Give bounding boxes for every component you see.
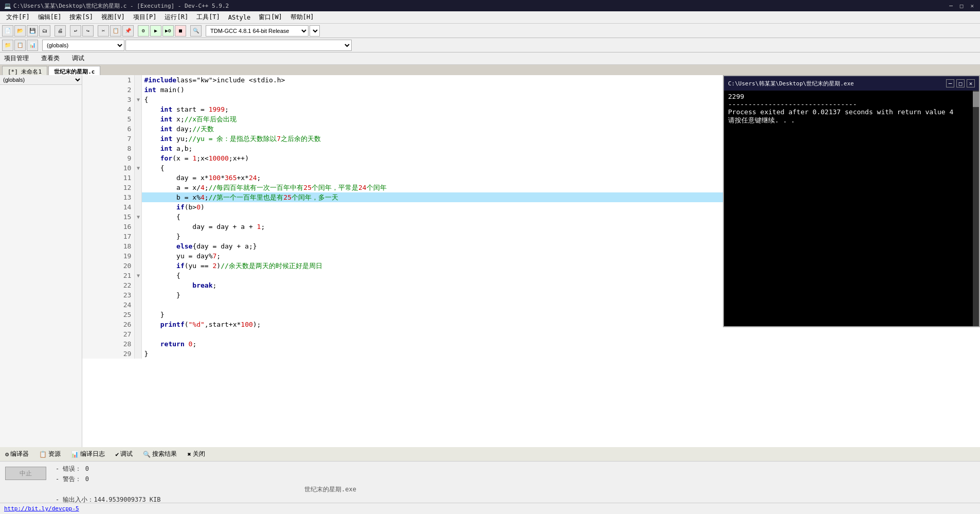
line-fold: [135, 349, 142, 359]
undo-button[interactable]: ↩: [70, 25, 81, 37]
line-fold[interactable]: ▼: [135, 271, 142, 280]
line-fold: [135, 280, 142, 290]
line-fold: [135, 261, 142, 271]
line-code[interactable]: }: [142, 349, 980, 359]
line-fold[interactable]: ▼: [135, 212, 142, 222]
close-tab-icon: ✖: [187, 451, 191, 458]
console-line-1: 2299: [728, 93, 969, 100]
line-fold: [135, 85, 142, 95]
debug-button[interactable]: 🔍: [190, 25, 202, 37]
editor-area[interactable]: 1#includelass="kw">include <stdio.h>2int…: [82, 75, 980, 447]
function-dropdown[interactable]: [125, 40, 352, 51]
save-all-button[interactable]: 🗂: [39, 25, 50, 37]
line-fold[interactable]: ▼: [135, 163, 142, 173]
console-title-bar: C:\Users\韩某某\Desktop\世纪末的星期.exe ─ □ ✕: [724, 76, 979, 91]
open-file-button[interactable]: 📂: [14, 25, 26, 37]
new-file-button[interactable]: 📄: [2, 25, 13, 37]
status-link[interactable]: http://bit.ly/devcpp-5: [4, 505, 79, 512]
bottom-tab-debug[interactable]: ✔ 调试: [112, 449, 136, 459]
console-close[interactable]: ✕: [967, 79, 975, 87]
line-code[interactable]: [142, 329, 980, 339]
maximize-button[interactable]: □: [958, 3, 966, 9]
menu-project[interactable]: 项目[P]: [129, 12, 161, 23]
cut-button[interactable]: ✂: [98, 25, 109, 37]
bottom-tab-search[interactable]: 🔍 搜索结果: [140, 449, 180, 459]
menu-search[interactable]: 搜索[S]: [65, 12, 97, 23]
line-fold: [135, 144, 142, 153]
line-fold: [135, 153, 142, 163]
line-number: 2: [82, 85, 135, 95]
line-fold[interactable]: ▼: [135, 95, 142, 104]
left-panel-dropdown[interactable]: (globals): [0, 75, 82, 85]
menu-tools[interactable]: 工具[T]: [192, 12, 224, 23]
bottom-tab-log[interactable]: 📊 编译日志: [68, 449, 108, 459]
menu-window[interactable]: 窗口[W]: [255, 12, 286, 23]
console-line-3: Process exited after 0.02137 seconds wit…: [728, 108, 969, 116]
tb2-btn2[interactable]: 📋: [14, 40, 26, 51]
save-file-button[interactable]: 💾: [27, 25, 38, 37]
line-fold: [135, 134, 142, 144]
menu-astyle[interactable]: AStyle: [224, 13, 255, 22]
redo-button[interactable]: ↪: [82, 25, 94, 37]
status-bar: http://bit.ly/devcpp-5: [0, 503, 980, 514]
bottom-tab-close[interactable]: ✖ 关闭: [184, 449, 208, 459]
line-fold: [135, 202, 142, 212]
minimize-button[interactable]: ─: [947, 3, 955, 9]
title-bar: 💻 C:\Users\某某\Desktop\世纪末的星期.c - [Execut…: [0, 0, 980, 11]
compile-button[interactable]: ⚙: [138, 25, 149, 37]
line-fold: [135, 192, 142, 202]
window-title: C:\Users\某某\Desktop\世纪末的星期.c - [Executin…: [13, 2, 229, 10]
console-controls: ─ □ ✕: [946, 79, 975, 87]
console-maximize[interactable]: □: [956, 79, 965, 87]
line-number: 16: [82, 222, 135, 232]
menu-edit[interactable]: 编辑[E]: [34, 12, 66, 23]
menu-view[interactable]: 视图[V]: [97, 12, 129, 23]
compile-line-warnings: - 警告： 0: [56, 474, 976, 484]
print-button[interactable]: 🖨: [55, 25, 66, 37]
menu-run[interactable]: 运行[R]: [160, 12, 192, 23]
abort-button[interactable]: 中止: [5, 467, 46, 480]
tb2-btn1[interactable]: 📁: [2, 40, 13, 51]
debug-icon: ✔: [115, 451, 119, 458]
console-scroll-thumb[interactable]: [973, 92, 979, 107]
globals-dropdown[interactable]: (globals): [42, 40, 124, 51]
menu-bar: 文件[F] 编辑[E] 搜索[S] 视图[V] 项目[P] 运行[R] 工具[T…: [0, 11, 980, 24]
compiler-config-dropdown[interactable]: [310, 25, 320, 37]
bottom-tab-resources[interactable]: 📋 资源: [36, 449, 64, 459]
compile-run-button[interactable]: ▶⚙: [162, 25, 174, 37]
console-line-2: --------------------------------: [728, 100, 969, 108]
stop-button[interactable]: ■: [175, 25, 186, 37]
menu-file[interactable]: 文件[F]: [2, 12, 34, 23]
line-number: 1: [82, 75, 135, 85]
line-number: 7: [82, 134, 135, 144]
resources-icon: 📋: [39, 451, 47, 458]
menu-help[interactable]: 帮助[H]: [286, 12, 318, 23]
nav-project[interactable]: 项目管理: [2, 53, 31, 64]
resources-label: 资源: [48, 450, 61, 458]
run-button[interactable]: ▶: [150, 25, 161, 37]
left-panel: (globals): [0, 75, 82, 447]
console-body: 2299 -------------------------------- Pr…: [724, 91, 973, 326]
line-number: 28: [82, 339, 135, 349]
tb2-btn3[interactable]: 📊: [27, 40, 38, 51]
paste-button[interactable]: 📌: [122, 25, 134, 37]
nav-debug[interactable]: 调试: [70, 53, 86, 64]
line-fold: [135, 300, 142, 310]
line-number: 25: [82, 310, 135, 320]
copy-button[interactable]: 📋: [110, 25, 121, 37]
line-fold: [135, 232, 142, 241]
line-code[interactable]: return 0;: [142, 339, 980, 349]
compiler-dropdown[interactable]: TDM-GCC 4.8.1 64-bit Release: [206, 25, 308, 37]
close-button[interactable]: ✕: [968, 3, 976, 9]
toolbar-1: 📄 📂 💾 🗂 🖨 ↩ ↪ ✂ 📋 📌 ⚙ ▶ ▶⚙ ■ 🔍 TDM-GCC 4…: [0, 24, 980, 38]
nav-class[interactable]: 查看类: [39, 53, 62, 64]
line-fold: [135, 173, 142, 183]
line-number: 29: [82, 349, 135, 359]
bottom-tabs: ⚙ 编译器 📋 资源 📊 编译日志 ✔ 调试 🔍 搜索结果 ✖ 关闭: [0, 447, 980, 462]
console-minimize[interactable]: ─: [946, 79, 954, 87]
bottom-area: ⚙ 编译器 📋 资源 📊 编译日志 ✔ 调试 🔍 搜索结果 ✖ 关闭: [0, 447, 980, 514]
bottom-tab-compiler[interactable]: ⚙ 编译器: [2, 449, 32, 459]
console-scrollbar[interactable]: [973, 91, 979, 326]
line-fold: [135, 320, 142, 329]
line-fold: [135, 241, 142, 251]
